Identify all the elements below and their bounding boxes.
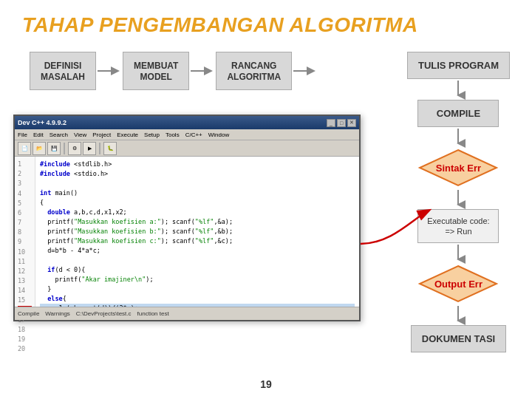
- ide-titlebar: Dev C++ 4.9.9.2 _ □ ✕: [15, 116, 359, 129]
- code-line-4: int main(): [40, 188, 355, 198]
- code-line-13: printf("Akar imajiner\n");: [40, 275, 355, 284]
- status-warnings: Warnings: [45, 310, 70, 317]
- menu-search[interactable]: Search: [50, 132, 68, 138]
- arrow-1: [96, 62, 123, 80]
- page: TAHAP PENGEMBANGAN ALGORITMA DEFINISI MA…: [0, 0, 532, 399]
- page-number: 19: [260, 378, 272, 390]
- flow-box-definisi: DEFINISI MASALAH: [30, 52, 96, 90]
- status-path: C:\DevProjects\test.c: [76, 310, 132, 317]
- menu-project[interactable]: Project: [92, 132, 111, 138]
- minimize-button[interactable]: _: [327, 119, 335, 127]
- arrow-3: [292, 62, 318, 80]
- menu-window[interactable]: Window: [208, 132, 229, 138]
- flow-box-rancang: RANCANGALGORITMA: [216, 52, 292, 90]
- code-line-7: printf("Masukkan koefisien a:"); scanf("…: [40, 217, 355, 227]
- close-button[interactable]: ✕: [347, 119, 356, 127]
- down-arrow-1: [451, 79, 466, 100]
- toolbar-new[interactable]: 📄: [18, 142, 31, 155]
- arrow-2: [189, 62, 216, 80]
- ide-controls: _ □ ✕: [327, 119, 356, 127]
- menu-execute[interactable]: Execute: [117, 132, 138, 138]
- code-line-2: #include <stdio.h>: [40, 169, 355, 179]
- menu-cpp[interactable]: C/C++: [185, 132, 202, 138]
- output-err-diamond: Output Err: [417, 264, 499, 304]
- status-compile: Compile: [18, 310, 39, 317]
- code-line-10: d=b*b - 4*a*c;: [40, 246, 355, 256]
- sintak-err-diamond: Sintak Err: [417, 148, 499, 188]
- code-line-12: if(d < 0){: [40, 265, 355, 275]
- page-title: TAHAP PENGEMBANGAN ALGORITMA: [22, 13, 510, 37]
- toolbar-save[interactable]: 💾: [47, 142, 61, 155]
- down-arrow-2: [451, 127, 466, 148]
- ide-body: 1234567891011121314151617181920 #include…: [15, 157, 359, 320]
- code-line-9: printf("Masukkan koefisien c:"); scanf("…: [40, 236, 355, 246]
- ide-statusbar: Compile Warnings C:\DevProjects\test.c f…: [15, 307, 359, 320]
- dokumentasi-box: DOKUMEN TASI: [411, 325, 506, 352]
- tulis-program-box: TULIS PROGRAM: [407, 52, 510, 79]
- executable-box: Executable code: => Run: [417, 209, 499, 243]
- toolbar-open[interactable]: 📂: [33, 142, 46, 155]
- ide-menubar: File Edit Search View Project Execute Se…: [15, 129, 359, 140]
- toolbar-compile[interactable]: ⚙: [68, 142, 81, 155]
- menu-edit[interactable]: Edit: [33, 132, 44, 138]
- down-arrow-4: [451, 243, 466, 264]
- toolbar-sep1: [64, 143, 65, 154]
- right-panel: TULIS PROGRAM COMPILE Sintak Err: [407, 52, 510, 352]
- down-arrow-3: [451, 188, 466, 209]
- code-line-11: [40, 256, 355, 265]
- status-function: function test: [137, 310, 169, 317]
- maximize-button[interactable]: □: [337, 119, 346, 127]
- code-line-1: #include <stdlib.h>: [40, 160, 355, 169]
- down-arrow-5: [451, 304, 466, 325]
- toolbar-debug[interactable]: 🐛: [103, 142, 117, 155]
- code-line-8: printf("Masukkan koefisien b:"); scanf("…: [40, 227, 355, 236]
- code-line-3: [40, 179, 355, 188]
- ide-title: Dev C++ 4.9.9.2: [18, 119, 66, 126]
- menu-file[interactable]: File: [18, 132, 27, 138]
- code-line-14: }: [40, 284, 355, 294]
- menu-setup[interactable]: Setup: [144, 132, 160, 138]
- flow-box-membuat: MEMBUATMODEL: [123, 52, 189, 90]
- menu-view[interactable]: View: [74, 132, 86, 138]
- menu-tools[interactable]: Tools: [166, 132, 180, 138]
- code-line-6: double a,b,c,d,x1,x2;: [40, 208, 355, 217]
- code-line-5: {: [40, 198, 355, 208]
- compile-box: COMPILE: [417, 100, 499, 127]
- code-line-15: else{: [40, 294, 355, 304]
- code-area[interactable]: #include <stdlib.h> #include <stdio.h> i…: [35, 157, 359, 320]
- toolbar-sep2: [99, 143, 100, 154]
- line-numbers: 1234567891011121314151617181920: [15, 157, 35, 320]
- ide-toolbar: 📄 📂 💾 ⚙ ▶ 🐛: [15, 140, 359, 157]
- ide-window: Dev C++ 4.9.9.2 _ □ ✕ File Edit Search V…: [13, 115, 361, 321]
- toolbar-run[interactable]: ▶: [83, 142, 96, 155]
